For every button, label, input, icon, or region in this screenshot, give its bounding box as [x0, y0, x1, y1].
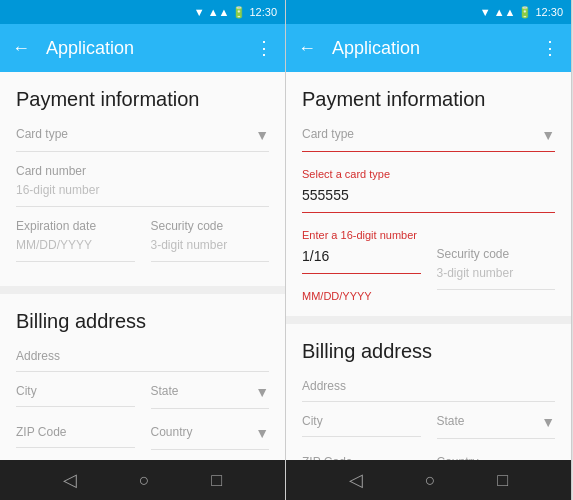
signal-icon: ▲▲: [208, 6, 230, 18]
zip-field-left[interactable]: ZIP Code: [16, 425, 135, 460]
city-state-row-left: City State ▼: [16, 384, 269, 425]
expiration-field-left[interactable]: Expiration date MM/DD/YYYY: [16, 219, 135, 274]
state-arrow-right: ▼: [541, 414, 555, 430]
home-nav-left[interactable]: ○: [139, 470, 150, 491]
expiration-error-right: MM/DD/YYYY: [302, 290, 372, 302]
card-type-label-left: Card type: [16, 127, 68, 141]
back-nav-right[interactable]: ◁: [349, 469, 363, 491]
card-type-divider-left: [16, 151, 269, 152]
security-divider-right: [437, 289, 556, 290]
zip-country-row-left: ZIP Code Country ▼: [16, 425, 269, 460]
city-field-right[interactable]: City: [302, 414, 421, 449]
app-title-right: Application: [332, 38, 525, 59]
status-time-right: 12:30: [535, 6, 563, 18]
status-time-left: 12:30: [249, 6, 277, 18]
state-divider-left: [151, 408, 270, 409]
back-nav-left[interactable]: ◁: [63, 469, 77, 491]
address-divider-left: [16, 371, 269, 372]
security-placeholder-right: 3-digit number: [437, 266, 514, 280]
app-title-left: Application: [46, 38, 239, 59]
back-button-left[interactable]: ←: [12, 38, 30, 59]
security-placeholder-left: 3-digit number: [151, 238, 228, 252]
state-divider-right: [437, 438, 556, 439]
address-label-left: Address: [16, 349, 269, 363]
security-field-right[interactable]: Security code 3-digit number: [437, 247, 556, 302]
card-number-value-right: 555555: [302, 187, 349, 203]
card-type-field-left[interactable]: Card type ▼: [16, 127, 269, 152]
payment-title-right: Payment information: [302, 88, 555, 111]
card-type-error-right: Select a card type: [302, 168, 390, 180]
card-number-divider-right: [302, 212, 555, 213]
battery-icon: 🔋: [232, 6, 246, 19]
card-number-error-right: Enter a 16-digit number: [302, 229, 417, 241]
card-type-divider-right: [302, 151, 555, 152]
country-label-left: Country: [151, 425, 193, 439]
back-button-right[interactable]: ←: [298, 38, 316, 59]
city-label-right: City: [302, 414, 421, 428]
card-type-arrow-left: ▼: [255, 127, 269, 143]
exp-security-row-right: 1/16 MM/DD/YYYY Security code 3-digit nu…: [302, 247, 555, 308]
city-divider-left: [16, 406, 135, 407]
security-label-left: Security code: [151, 219, 270, 233]
home-nav-right[interactable]: ○: [425, 470, 436, 491]
wifi-icon-right: ▼: [480, 6, 491, 18]
status-icons-left: ▼ ▲▲ 🔋 12:30: [194, 6, 277, 19]
card-type-field-right[interactable]: Card type ▼ Select a card type: [302, 127, 555, 182]
expiration-divider-left: [16, 261, 135, 262]
address-field-right[interactable]: Address: [302, 379, 555, 402]
exp-security-row-left: Expiration date MM/DD/YYYY Security code…: [16, 219, 269, 278]
status-icons-right: ▼ ▲▲ 🔋 12:30: [480, 6, 563, 19]
nav-bar-right: ◁ ○ □: [286, 460, 571, 500]
status-bar-right: ▼ ▲▲ 🔋 12:30: [286, 0, 571, 24]
city-state-row-right: City State ▼: [302, 414, 555, 455]
zip-divider-left: [16, 447, 135, 448]
more-button-right[interactable]: ⋮: [541, 37, 559, 59]
zip-label-left: ZIP Code: [16, 425, 135, 439]
section-divider-left: [0, 286, 285, 294]
battery-icon-right: 🔋: [518, 6, 532, 19]
expiration-value-right: 1/16: [302, 248, 329, 264]
city-field-left[interactable]: City: [16, 384, 135, 419]
left-panel: ▼ ▲▲ 🔋 12:30 ← Application ⋮ Payment inf…: [0, 0, 286, 500]
app-bar-right: ← Application ⋮: [286, 24, 571, 72]
country-divider-left: [151, 449, 270, 450]
security-field-left[interactable]: Security code 3-digit number: [151, 219, 270, 274]
card-number-field-left[interactable]: Card number 16-digit number: [16, 164, 269, 207]
status-bar-left: ▼ ▲▲ 🔋 12:30: [0, 0, 285, 24]
state-field-left[interactable]: State ▼: [151, 384, 270, 421]
content-right: Payment information Card type ▼ Select a…: [286, 72, 571, 460]
card-type-arrow-right: ▼: [541, 127, 555, 143]
card-number-field-right[interactable]: 555555 Enter a 16-digit number: [302, 186, 555, 243]
signal-icon-right: ▲▲: [494, 6, 516, 18]
security-divider-left: [151, 261, 270, 262]
billing-title-right: Billing address: [302, 340, 555, 363]
nav-bar-left: ◁ ○ □: [0, 460, 285, 500]
billing-title-left: Billing address: [16, 310, 269, 333]
city-divider-right: [302, 436, 421, 437]
right-panel: ▼ ▲▲ 🔋 12:30 ← Application ⋮ Payment inf…: [286, 0, 572, 500]
expiration-label-left: Expiration date: [16, 219, 135, 233]
card-number-label-left: Card number: [16, 164, 269, 178]
state-field-right[interactable]: State ▼: [437, 414, 556, 451]
card-number-placeholder-left: 16-digit number: [16, 183, 99, 197]
address-divider-right: [302, 401, 555, 402]
recent-nav-right[interactable]: □: [497, 470, 508, 491]
expiration-field-right[interactable]: 1/16 MM/DD/YYYY: [302, 247, 421, 304]
payment-title-left: Payment information: [16, 88, 269, 111]
card-type-label-right: Card type: [302, 127, 354, 141]
city-label-left: City: [16, 384, 135, 398]
security-label-right: Security code: [437, 247, 556, 261]
card-number-divider-left: [16, 206, 269, 207]
expiration-divider-right: [302, 273, 421, 274]
state-label-left: State: [151, 384, 179, 398]
recent-nav-left[interactable]: □: [211, 470, 222, 491]
wifi-icon: ▼: [194, 6, 205, 18]
address-field-left[interactable]: Address: [16, 349, 269, 372]
content-left: Payment information Card type ▼ Card num…: [0, 72, 285, 460]
state-label-right: State: [437, 414, 465, 428]
country-arrow-left: ▼: [255, 425, 269, 441]
expiration-placeholder-left: MM/DD/YYYY: [16, 238, 92, 252]
more-button-left[interactable]: ⋮: [255, 37, 273, 59]
country-field-left[interactable]: Country ▼: [151, 425, 270, 460]
state-arrow-left: ▼: [255, 384, 269, 400]
